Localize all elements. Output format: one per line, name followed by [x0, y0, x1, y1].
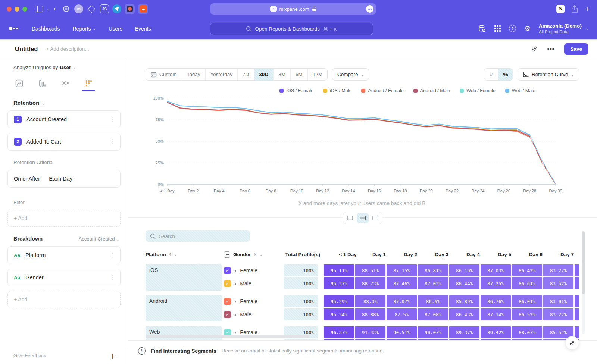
date-range-6m[interactable]: 6M [291, 69, 308, 80]
tab-insights[interactable] [11, 79, 27, 91]
day-column-header[interactable]: Day 4 [457, 252, 489, 257]
gender-cell[interactable]: ✓›Male [224, 311, 284, 318]
retention-value-cell[interactable]: 86.61% [512, 277, 542, 289]
more-options-icon[interactable]: ••• [547, 46, 555, 53]
retention-value-cell[interactable]: 86.6% [418, 295, 448, 307]
breakdown-property-name[interactable]: Platform [25, 252, 46, 258]
expand-row-icon[interactable]: › [235, 268, 236, 273]
retention-value-cell[interactable]: 87.08% [418, 308, 448, 320]
url-bar[interactable]: ••• mixpanel.com ••• [210, 3, 376, 15]
expand-row-icon[interactable]: › [235, 281, 236, 286]
date-range-12m[interactable]: 12M [308, 69, 327, 80]
postman-icon[interactable] [125, 4, 135, 14]
give-feedback-link[interactable]: Give Feedback [13, 353, 46, 358]
chart-only-view-icon[interactable] [344, 213, 356, 223]
cube-icon[interactable] [87, 4, 97, 14]
expand-row-icon[interactable]: › [235, 312, 236, 317]
retention-value-cell[interactable]: 95.29% [324, 295, 354, 307]
retention-value-cell[interactable]: 83.27% [543, 264, 573, 276]
soundcloud-icon[interactable]: ☁ [138, 4, 148, 14]
total-profiles-header[interactable]: Total Profile(s) [284, 252, 320, 257]
minimize-window-button[interactable] [15, 7, 19, 12]
report-description-placeholder[interactable]: + Add description... [46, 46, 89, 52]
retention-value-cell[interactable]: 86.19% [449, 264, 479, 276]
day-column-header[interactable]: Day 6 [520, 252, 551, 257]
maximize-window-button[interactable] [22, 7, 27, 12]
data-management-icon[interactable] [478, 25, 486, 33]
retention-value-cell[interactable]: 91.43% [355, 326, 385, 338]
table-only-view-icon[interactable] [369, 213, 381, 223]
legend-item[interactable]: Android / Female [361, 88, 403, 93]
kebab-menu-icon[interactable]: ⋮ [109, 138, 115, 145]
vertical-scrollbar[interactable] [582, 231, 585, 334]
series-checkbox[interactable]: ✓ [224, 280, 231, 287]
horizontal-scrollbar[interactable] [146, 335, 310, 338]
platform-cell[interactable]: Web [146, 326, 222, 340]
notion-icon[interactable]: N [556, 5, 565, 13]
compare-button[interactable]: Compare⌄ [332, 68, 369, 81]
retention-value-cell[interactable]: 95.34% [324, 308, 354, 320]
absolute-numbers-toggle[interactable]: # [484, 69, 498, 80]
collapse-sidebar-icon[interactable]: |← [112, 353, 118, 359]
chevron-down-icon[interactable]: ⌄ [47, 7, 50, 11]
share-link-button[interactable] [565, 336, 579, 350]
legend-item[interactable]: Android / Male [413, 88, 450, 93]
tab-funnels[interactable] [34, 79, 50, 91]
indeterminate-checkbox[interactable] [224, 251, 230, 258]
retention-value-cell[interactable]: 86.43% [449, 308, 479, 320]
retention-section-header[interactable]: Retention⌄ [7, 98, 121, 110]
retention-value-cell[interactable]: 86.52% [512, 308, 542, 320]
retention-value-cell[interactable]: 89.42% [481, 326, 511, 338]
retention-value-cell[interactable]: 90.51% [387, 326, 417, 338]
extensions-badge-icon[interactable]: ••• [270, 6, 277, 12]
chart-type-dropdown[interactable]: Retention Curve⌄ [518, 68, 579, 81]
table-search-input[interactable] [159, 233, 234, 239]
date-range-30d[interactable]: 30D [254, 69, 274, 80]
kebab-menu-icon[interactable]: ⋮ [109, 116, 115, 123]
share-icon[interactable] [571, 5, 578, 13]
platform-cell[interactable]: Android [146, 295, 222, 321]
js-icon[interactable]: JS [100, 4, 109, 13]
retention-value-cell[interactable]: 86.01% [512, 295, 542, 307]
step-event-name[interactable]: Added To Cart [26, 139, 61, 145]
day-column-header[interactable]: Day 3 [426, 252, 457, 257]
retention-value-cell[interactable]: 87.14% [481, 308, 511, 320]
retention-value-cell[interactable]: 86.42% [512, 264, 542, 276]
close-window-button[interactable] [7, 7, 12, 12]
tab-retention[interactable] [81, 79, 96, 91]
new-tab-icon[interactable]: + [585, 4, 590, 14]
table-search[interactable] [146, 230, 250, 242]
criteria-condition[interactable]: On or After [14, 176, 40, 182]
day-column-header[interactable]: Day 1 [363, 252, 395, 257]
retention-value-cell[interactable]: 86.81% [418, 264, 448, 276]
account-switcher[interactable]: Amazonia {Demo} All Project Data ⌄ [539, 23, 589, 34]
retention-value-cell[interactable]: 87.03% [481, 264, 511, 276]
date-range-today[interactable]: Today [182, 69, 206, 80]
avatar-m-icon[interactable]: m [74, 4, 83, 13]
retention-value-cell[interactable]: 88.51% [355, 264, 385, 276]
retention-value-cell[interactable]: 88.3% [355, 295, 385, 307]
settings-gear-icon[interactable]: ⚙ [524, 24, 531, 33]
kebab-menu-icon[interactable]: ⋮ [109, 274, 115, 281]
retention-value-cell[interactable]: 88.88% [355, 308, 385, 320]
day-column-header[interactable]: Day 5 [489, 252, 520, 257]
retention-criteria-card[interactable]: On or After Each Day [7, 170, 121, 188]
legend-item[interactable]: iOS / Female [279, 88, 313, 93]
criteria-value[interactable]: Each Day [49, 176, 72, 182]
report-title[interactable]: Untitled [15, 46, 38, 53]
analyze-value[interactable]: User [60, 65, 71, 70]
breakdown-add-button[interactable]: + Add [7, 291, 121, 308]
nav-item-users[interactable]: Users [109, 26, 122, 32]
global-search-button[interactable]: Open Reports & Dashboards ⌘ + K [210, 23, 373, 35]
expand-row-icon[interactable]: › [235, 299, 236, 304]
nav-item-dashboards[interactable]: Dashboards [32, 26, 60, 32]
gender-column-header[interactable]: Gender3⌄ [224, 251, 284, 258]
nav-item-reports[interactable]: Reports⌄ [73, 26, 96, 32]
retention-step-card[interactable]: 1Account Created⋮ [7, 110, 121, 128]
day-column-header[interactable]: Day 7 [551, 252, 583, 257]
gender-cell[interactable]: ✓›Male [224, 280, 284, 287]
retention-value-cell[interactable]: 87.25% [481, 277, 511, 289]
retention-value-cell[interactable]: 88.73% [355, 277, 385, 289]
retention-value-cell[interactable]: 95.37% [324, 277, 354, 289]
retention-step-card[interactable]: 2Added To Cart⋮ [7, 133, 121, 151]
